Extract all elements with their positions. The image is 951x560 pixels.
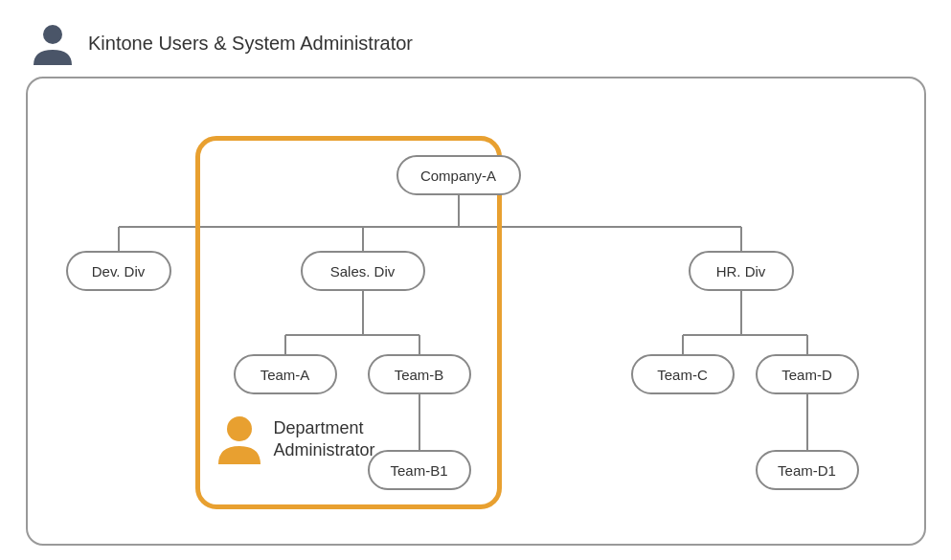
dept-admin-label: DepartmentAdministrator xyxy=(274,417,375,462)
dept-admin-icon xyxy=(215,412,264,467)
node-team-d: Team-D xyxy=(756,354,859,394)
header-title: Kintone Users & System Administrator xyxy=(88,33,413,55)
diagram-container: Company-A Dev. Div Sales. Div HR. Div Te… xyxy=(26,77,926,546)
svg-point-16 xyxy=(227,416,252,441)
node-dev-div: Dev. Div xyxy=(66,251,171,291)
header: Kintone Users & System Administrator xyxy=(29,19,932,67)
node-company-a: Company-A xyxy=(396,155,521,195)
department-admin: DepartmentAdministrator xyxy=(215,412,375,467)
node-team-b: Team-B xyxy=(368,354,471,394)
svg-point-0 xyxy=(43,25,62,44)
node-team-b1: Team-B1 xyxy=(368,450,471,490)
system-admin-icon xyxy=(29,19,77,67)
node-team-a: Team-A xyxy=(234,354,337,394)
node-hr-div: HR. Div xyxy=(689,251,794,291)
node-team-d1: Team-D1 xyxy=(756,450,859,490)
node-sales-div: Sales. Div xyxy=(301,251,425,291)
page: Kintone Users & System Administrator xyxy=(0,0,951,560)
node-team-c: Team-C xyxy=(631,354,735,394)
